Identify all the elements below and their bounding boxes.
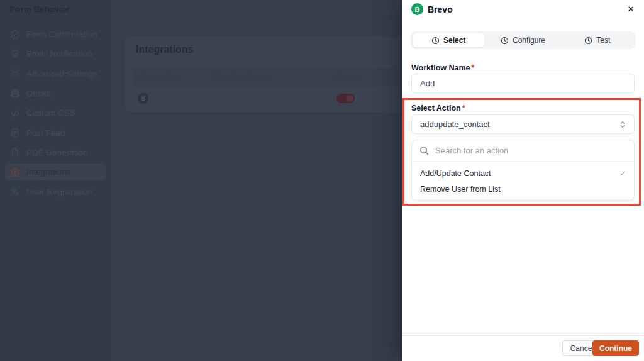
option-label: Add/Update Contact	[420, 169, 491, 178]
app-canvas: Form Behavior Form Confirmation Email No…	[0, 0, 644, 361]
sidebar-item-post-feed[interactable]: Post Feed	[0, 123, 111, 142]
modal-footer: Cancel Continue	[402, 335, 644, 361]
target-icon	[10, 89, 20, 99]
sidebar-item-label: Custom CSS	[26, 108, 75, 118]
sidebar-item-label: Integrations	[26, 167, 71, 177]
sidebar-item-label: Email Notification	[26, 49, 92, 58]
status-toggle[interactable]	[336, 94, 355, 103]
page-title: Integrations	[136, 44, 194, 55]
search-input[interactable]	[429, 140, 634, 161]
brevo-logo-icon: B	[411, 3, 423, 15]
user-plus-icon	[10, 187, 20, 197]
tab-test[interactable]: Test	[562, 33, 633, 47]
option-add-update-contact[interactable]: Add/Update Contact ✓	[412, 165, 634, 181]
action-options-list: Add/Update Contact ✓ Remove User from Li…	[412, 162, 634, 197]
sidebar-item-label: User Registration	[26, 187, 92, 197]
action-search	[412, 140, 634, 162]
clock-icon	[501, 36, 509, 45]
brevo-badge-icon: B	[138, 93, 148, 104]
continue-button[interactable]: Continue	[592, 340, 639, 356]
column-header-connection: Connection	[138, 72, 180, 82]
sidebar-item-label: PDF Generation	[26, 148, 88, 157]
code-icon	[10, 108, 20, 118]
required-asterisk: *	[462, 104, 465, 113]
workflow-name-cell: Add	[212, 94, 226, 104]
sidebar-item-label: Post Feed	[26, 128, 65, 138]
chevron-up-down-icon	[618, 119, 628, 130]
tab-select[interactable]: Select	[413, 33, 484, 47]
close-icon[interactable]: ✕	[625, 3, 637, 16]
file-icon	[10, 147, 20, 157]
column-header-workflow-name: Workflow Name	[212, 72, 270, 82]
clock-icon	[431, 36, 440, 45]
shield-check-icon	[10, 49, 20, 59]
workflow-name-label: Workflow Name*	[411, 64, 474, 72]
sidebar-item-label: Advanced Settings	[26, 69, 97, 79]
tab-configure[interactable]: Configure	[487, 33, 558, 47]
sidebar-item-custom-css[interactable]: Custom CSS	[0, 103, 111, 123]
label-text: Workflow Name	[411, 64, 470, 72]
clock-icon	[584, 36, 592, 45]
tab-label: Select	[443, 36, 465, 45]
modal-title: Brevo	[428, 4, 453, 14]
column-header-status: Status	[335, 72, 358, 82]
sidebar-item-email-notification[interactable]: Email Notification	[0, 44, 111, 64]
sidebar-item-form-confirmation[interactable]: Form Confirmation	[0, 25, 111, 44]
sidebar-item-advanced-settings[interactable]: Advanced Settings	[0, 64, 111, 84]
selected-value: addupdate_contact	[420, 119, 490, 129]
action-dropdown-panel: Add/Update Contact ✓ Remove User from Li…	[411, 140, 635, 201]
check-icon: ✓	[619, 169, 626, 178]
workflow-name-input[interactable]	[411, 74, 635, 93]
label-text: Select Action	[411, 104, 461, 113]
required-asterisk: *	[472, 64, 475, 72]
integrations-card: Integrations Connection Workflow Name St…	[125, 36, 421, 112]
chip-icon	[10, 167, 20, 177]
select-action-dropdown[interactable]: addupdate_contact	[411, 114, 635, 134]
sidebar-item-ottokit[interactable]: Ottokit	[0, 84, 111, 103]
table-header: Connection Workflow Name Status	[132, 67, 418, 87]
circle-check-icon	[10, 30, 20, 40]
sidebar-item-user-registration[interactable]: User Registration	[0, 182, 111, 201]
table-row: B Add	[132, 87, 418, 111]
select-action-label: Select Action*	[411, 104, 465, 113]
sidebar-item-label: Ottokit	[26, 89, 51, 98]
toggle-knob	[347, 95, 353, 102]
sidebar-item-integrations[interactable]: Integrations	[0, 162, 111, 182]
modal-header: B Brevo ✕	[402, 0, 644, 19]
tab-label: Configure	[513, 36, 545, 45]
search-icon	[419, 146, 429, 155]
gear-icon	[10, 69, 20, 79]
option-label: Remove User from List	[420, 185, 501, 194]
sidebar-item-label: Form Confirmation	[26, 30, 97, 39]
sidebar-nav: Form Confirmation Email Notification Adv…	[0, 25, 111, 202]
document-icon	[10, 128, 20, 138]
step-tabs: Select Configure Test	[411, 31, 635, 49]
brevo-modal: B Brevo ✕ Select Configure Test Workflow…	[402, 0, 644, 361]
option-remove-user-from-list[interactable]: Remove User from List	[412, 181, 634, 197]
settings-sidebar: Form Behavior Form Confirmation Email No…	[0, 0, 111, 361]
tab-label: Test	[596, 36, 610, 45]
sidebar-item-pdf-generation[interactable]: PDF Generation	[0, 143, 111, 162]
main-content: Integrations Connection Workflow Name St…	[111, 0, 402, 361]
sidebar-title: Form Behavior	[10, 4, 70, 14]
